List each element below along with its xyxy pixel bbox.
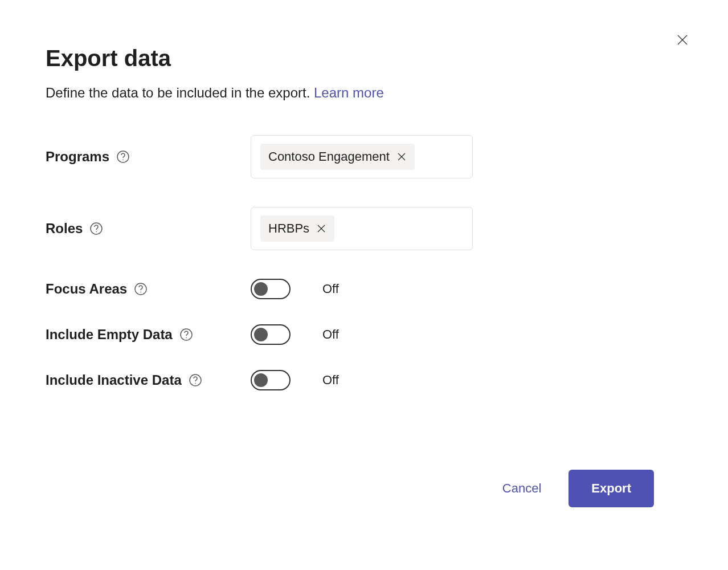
focus-areas-toggle[interactable]	[251, 279, 291, 299]
include-empty-toggle-wrap: Off	[251, 324, 339, 345]
tag-label: Contoso Engagement	[268, 149, 390, 164]
help-icon[interactable]	[116, 150, 130, 164]
toggle-knob	[254, 282, 268, 296]
focus-areas-state: Off	[322, 282, 339, 296]
include-empty-toggle[interactable]	[251, 324, 291, 345]
help-icon[interactable]	[89, 222, 103, 235]
svg-point-11	[140, 292, 141, 293]
close-icon	[396, 152, 407, 162]
include-empty-state: Off	[322, 327, 339, 342]
subtitle-text: Define the data to be included in the ex…	[46, 85, 314, 100]
focus-areas-label: Focus Areas	[46, 281, 127, 297]
focus-areas-row: Focus Areas Off	[46, 279, 682, 299]
roles-row: Roles HRBPs	[46, 207, 682, 250]
role-tag: HRBPs	[260, 215, 334, 242]
focus-areas-toggle-wrap: Off	[251, 279, 339, 299]
include-inactive-label-group: Include Inactive Data	[46, 372, 251, 388]
close-button[interactable]	[671, 28, 694, 51]
include-inactive-label: Include Inactive Data	[46, 372, 182, 388]
include-inactive-state: Off	[322, 373, 339, 388]
roles-input[interactable]: HRBPs	[251, 207, 473, 250]
dialog-actions: Cancel Export	[498, 470, 654, 507]
focus-areas-label-group: Focus Areas	[46, 281, 251, 297]
dialog-title: Export data	[46, 46, 682, 71]
tag-label: HRBPs	[268, 221, 309, 236]
toggle-knob	[254, 373, 268, 387]
svg-point-15	[195, 383, 196, 384]
include-inactive-row: Include Inactive Data Off	[46, 370, 682, 390]
close-icon	[676, 33, 689, 47]
remove-tag-button[interactable]	[316, 223, 326, 234]
export-button[interactable]: Export	[569, 470, 654, 507]
help-icon[interactable]	[134, 282, 148, 296]
export-data-dialog: Export data Define the data to be includ…	[0, 0, 728, 570]
roles-label: Roles	[46, 221, 83, 237]
remove-tag-button[interactable]	[396, 152, 407, 162]
include-inactive-toggle[interactable]	[251, 370, 291, 390]
include-empty-label-group: Include Empty Data	[46, 327, 251, 343]
include-empty-label: Include Empty Data	[46, 327, 173, 343]
roles-label-group: Roles	[46, 221, 251, 237]
svg-point-7	[96, 231, 97, 233]
svg-point-13	[186, 337, 187, 339]
programs-row: Programs Contoso Engagement	[46, 135, 682, 178]
programs-input[interactable]: Contoso Engagement	[251, 135, 473, 178]
dialog-subtitle: Define the data to be included in the ex…	[46, 85, 682, 101]
program-tag: Contoso Engagement	[260, 144, 415, 170]
help-icon[interactable]	[189, 373, 202, 387]
include-inactive-toggle-wrap: Off	[251, 370, 339, 390]
svg-point-3	[122, 160, 124, 161]
help-icon[interactable]	[179, 328, 193, 341]
toggle-knob	[254, 328, 268, 341]
programs-label-group: Programs	[46, 149, 251, 165]
close-icon	[316, 223, 326, 234]
cancel-button[interactable]: Cancel	[498, 475, 546, 502]
learn-more-link[interactable]: Learn more	[314, 85, 384, 100]
include-empty-row: Include Empty Data Off	[46, 324, 682, 345]
programs-label: Programs	[46, 149, 109, 165]
